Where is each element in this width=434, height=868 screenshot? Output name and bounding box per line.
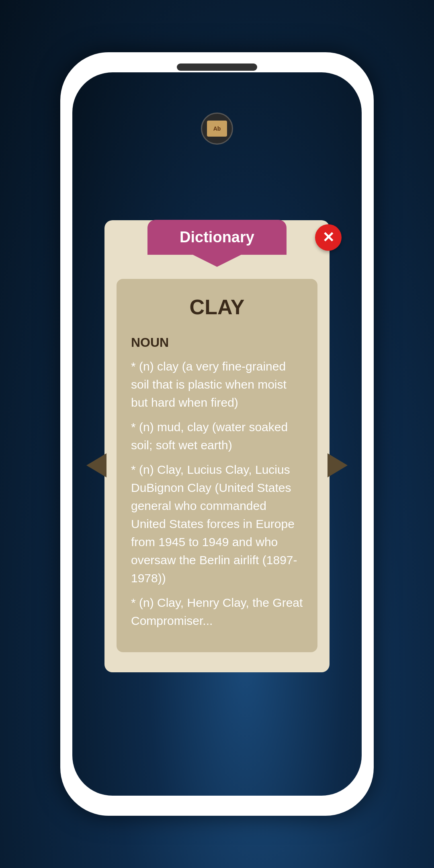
word-title: CLAY [131, 295, 303, 319]
definition-1: * (n) clay (a very fine-grained soil tha… [131, 357, 303, 411]
definition-card: CLAY NOUN * (n) clay (a very fine-graine… [117, 279, 317, 652]
next-button[interactable] [326, 453, 350, 477]
definition-4: * (n) Clay, Henry Clay, the Great Compro… [131, 594, 303, 630]
left-arrow-icon [86, 453, 106, 477]
phone-frame: Dictionary ✕ CLAY NOUN * (n) clay (a ver… [60, 52, 374, 816]
prev-button[interactable] [84, 453, 108, 477]
dialog-title-tab: Dictionary [147, 220, 287, 255]
part-of-speech: NOUN [131, 335, 303, 350]
definition-2: * (n) mud, clay (water soaked soil; soft… [131, 418, 303, 454]
right-arrow-icon [328, 453, 348, 477]
dictionary-dialog: Dictionary ✕ CLAY NOUN * (n) clay (a ver… [104, 220, 330, 672]
dialog-title: Dictionary [180, 229, 254, 246]
close-icon: ✕ [322, 230, 334, 245]
phone-screen: Dictionary ✕ CLAY NOUN * (n) clay (a ver… [72, 72, 362, 796]
dialog-header: Dictionary ✕ [104, 220, 330, 255]
definition-3: * (n) Clay, Lucius Clay, Lucius DuBignon… [131, 461, 303, 587]
app-icon [201, 113, 233, 145]
card-wrapper: CLAY NOUN * (n) clay (a very fine-graine… [104, 279, 330, 652]
phone-notch [177, 63, 257, 71]
app-icon-inner [207, 121, 227, 137]
close-button[interactable]: ✕ [315, 224, 342, 251]
